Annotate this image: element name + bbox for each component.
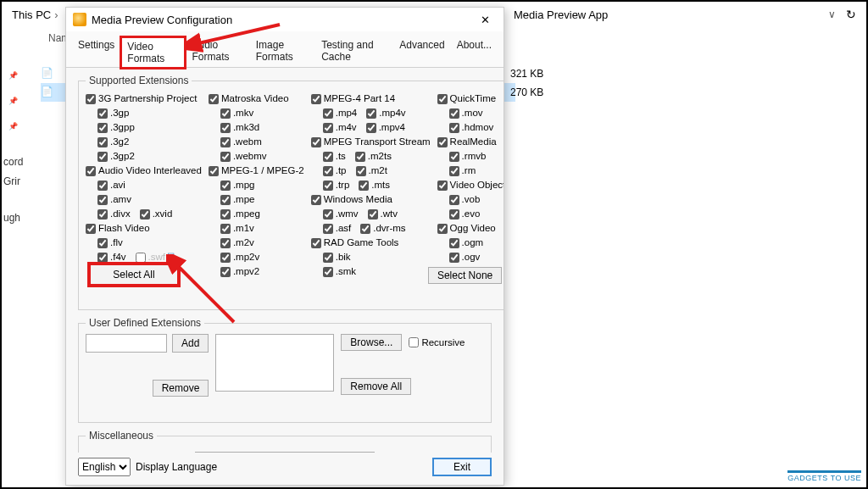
quick-access-pins [8,69,24,131]
format-checkbox[interactable]: QuickTime [437,92,504,106]
refresh-icon[interactable]: ↻ [846,8,856,21]
breadcrumb-folder[interactable]: Media Preview App [514,8,608,21]
file-icon: 📄 [41,86,54,99]
remove-button[interactable]: Remove [153,380,209,397]
format-checkbox[interactable]: .ts.m2ts [311,149,431,164]
config-dialog: Media Preview Configuration ✕ SettingsVi… [65,7,504,486]
format-checkbox[interactable]: Ogg Video [437,221,504,236]
format-checkbox[interactable]: Audio Video Interleaved [86,164,202,178]
user-defined-legend: User Defined Extensions [86,317,204,329]
format-checkbox[interactable]: .smk [311,264,431,279]
format-checkbox[interactable]: .mp4.mp4v [311,106,431,120]
close-icon[interactable]: ✕ [473,14,497,26]
format-checkbox[interactable]: Video Object [437,178,504,192]
format-checkbox[interactable]: .hdmov [437,120,504,135]
exit-button[interactable]: Exit [432,458,492,476]
format-checkbox[interactable]: .mpg [209,178,304,192]
format-checkbox[interactable]: .ogv [437,250,504,264]
misc-group: Miscellaneous Restore System Default Set… [78,430,492,453]
format-checkbox[interactable]: .asf.dvr-ms [311,221,431,236]
format-checkbox[interactable]: .bik [311,250,431,264]
format-checkbox[interactable]: Matroska Video [209,92,304,106]
watermark: GADGETS TO USE [787,470,861,482]
file-size: 270 KB [510,86,543,98]
format-checkbox[interactable]: .3gp [86,106,202,120]
format-checkbox[interactable]: .m4v.mpv4 [311,120,431,135]
format-checkbox[interactable]: .avi [86,178,202,192]
format-checkbox[interactable]: .flv [86,236,202,250]
format-checkbox[interactable]: 3G Partnership Project [86,92,202,106]
app-icon [73,13,86,26]
format-checkbox[interactable]: .3gpp [86,120,202,135]
misc-legend: Miscellaneous [86,430,157,442]
format-checkbox[interactable]: .mkv [209,106,304,120]
dialog-title: Media Preview Configuration [92,14,232,26]
dialog-footer: English Display Language Exit [66,453,504,485]
add-button[interactable]: Add [172,334,209,353]
tab-advanced[interactable]: Advanced [394,36,449,67]
format-checkbox[interactable]: MPEG-4 Part 14 [311,92,431,106]
supported-legend: Supported Extensions [86,75,192,86]
format-checkbox[interactable]: .evo [437,207,504,221]
browse-button[interactable]: Browse... [341,334,402,351]
remove-all-button[interactable]: Remove All [341,378,411,395]
format-checkbox[interactable]: .ogm [437,236,504,250]
format-checkbox[interactable]: .mov [437,106,504,120]
extension-list[interactable] [215,334,334,392]
format-checkbox[interactable]: .3gp2 [86,149,202,164]
language-select[interactable]: English [78,458,131,476]
file-icon: 📄 [41,67,54,81]
format-checkbox[interactable]: .rm [437,164,504,178]
format-checkbox[interactable]: RealMedia [437,135,504,149]
tab-testing-and-cache[interactable]: Testing and Cache [316,36,392,67]
recursive-checkbox[interactable]: Recursive [409,336,465,350]
format-checkbox[interactable]: RAD Game Tools [311,236,431,250]
format-checkbox[interactable]: MPEG Transport Stream [311,135,431,149]
format-checkbox[interactable]: .amv [86,192,202,207]
format-checkbox[interactable]: Flash Video [86,221,202,236]
format-checkbox[interactable]: .vob [437,192,504,207]
format-checkbox[interactable]: .mpeg [209,207,304,221]
user-defined-group: User Defined Extensions Add Remove Brows… [78,317,492,423]
tab-audio-formats[interactable]: Audio Formats [186,36,248,67]
select-none-button[interactable]: Select None [428,267,502,284]
supported-extensions-group: Supported Extensions 3G Partnership Proj… [78,75,504,310]
nav-trunc: Grir [3,175,20,187]
file-size: 321 KB [510,68,543,80]
language-label: Display Language [136,461,217,473]
format-checkbox[interactable]: .trp.mts [311,178,431,192]
format-checkbox[interactable]: .mk3d [209,120,304,135]
breadcrumb-root[interactable]: This PC [12,8,51,21]
tab-strip: SettingsVideo FormatsAudio FormatsImage … [66,31,504,68]
format-checkbox[interactable]: .mp2v [209,250,304,264]
tab-about-[interactable]: About... [452,36,497,67]
nav-trunc: cord [3,156,23,168]
chevron-down-icon[interactable]: ∨ [828,8,836,20]
format-checkbox[interactable]: .tp.m2t [311,164,431,178]
select-all-button[interactable]: Select All [87,262,181,287]
tab-video-formats[interactable]: Video Formats [121,37,185,68]
format-checkbox[interactable]: MPEG-1 / MPEG-2 [209,164,304,178]
format-checkbox[interactable]: .webm [209,135,304,149]
format-checkbox[interactable]: .webmv [209,149,304,164]
chevron-right-icon: › [54,8,58,21]
format-checkbox[interactable]: .mpe [209,192,304,207]
extension-input[interactable] [86,334,167,353]
format-checkbox[interactable]: .m1v [209,221,304,236]
format-checkbox[interactable]: .wmv.wtv [311,207,431,221]
restore-defaults-button[interactable]: Restore System Default Settings [195,452,374,453]
format-checkbox[interactable]: .rmvb [437,149,504,164]
format-checkbox[interactable]: .mpv2 [209,264,304,279]
format-checkbox[interactable]: .m2v [209,236,304,250]
format-checkbox[interactable]: .3g2 [86,135,202,149]
tab-settings[interactable]: Settings [73,36,120,67]
format-checkbox[interactable]: Windows Media [311,192,431,207]
tab-image-formats[interactable]: Image Formats [251,36,314,67]
nav-trunc: ugh [3,212,20,224]
dialog-titlebar: Media Preview Configuration ✕ [66,8,504,31]
format-checkbox[interactable]: .divx.xvid [86,207,202,221]
